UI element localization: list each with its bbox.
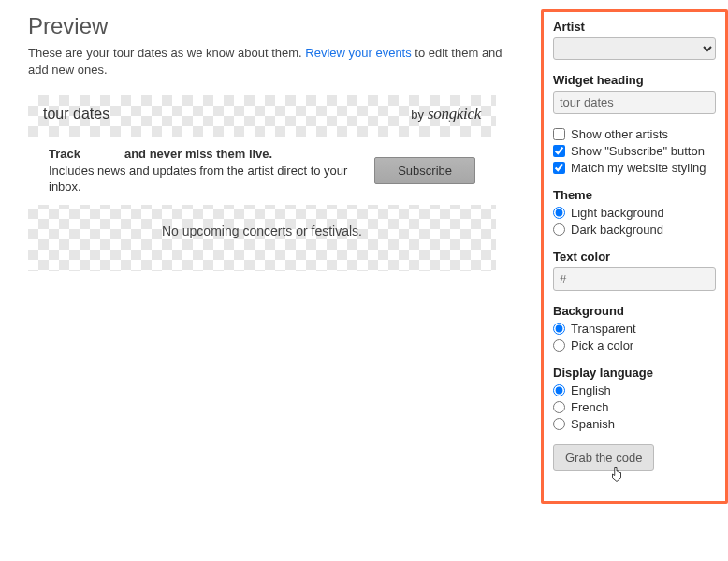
lang-en-label: English xyxy=(571,383,611,397)
artist-label: Artist xyxy=(553,20,716,34)
songkick-logo: songkick xyxy=(428,105,481,123)
theme-dark-label: Dark background xyxy=(571,223,663,237)
subscribe-button[interactable]: Subscribe xyxy=(374,157,475,184)
widget-header: tour dates by songkick xyxy=(28,95,496,137)
theme-light-radio[interactable] xyxy=(553,207,565,219)
track-prefix: Track xyxy=(49,147,84,161)
theme-label: Theme xyxy=(553,188,716,202)
grab-code-button[interactable]: Grab the code xyxy=(553,444,654,471)
track-subline: Includes news and updates from the artis… xyxy=(49,164,347,194)
widget-heading-text: tour dates xyxy=(43,106,109,122)
theme-light-label: Light background xyxy=(571,206,664,220)
widget-empty-message: No upcoming concerts or festivals. xyxy=(28,205,496,252)
bg-transparent-label: Transparent xyxy=(571,322,636,336)
language-label: Display language xyxy=(553,366,716,380)
preview-title: Preview xyxy=(28,13,522,39)
bg-pick-label: Pick a color xyxy=(571,338,633,352)
textcolor-label: Text color xyxy=(553,250,716,264)
lang-fr-radio[interactable] xyxy=(553,401,565,413)
review-events-link[interactable]: Review your events xyxy=(305,46,411,60)
track-suffix: and never miss them live. xyxy=(121,147,272,161)
track-line: Track and never miss them live. xyxy=(49,147,272,161)
bg-transparent-radio[interactable] xyxy=(553,323,565,335)
background-label: Background xyxy=(553,304,716,318)
by-label: by xyxy=(411,108,424,122)
bg-pick-radio[interactable] xyxy=(553,339,565,352)
show-other-artists-checkbox[interactable] xyxy=(553,128,565,140)
artist-select[interactable] xyxy=(553,37,716,60)
widget-divider xyxy=(29,252,495,252)
show-subscribe-label: Show "Subscribe" button xyxy=(571,144,705,158)
lang-fr-label: French xyxy=(571,400,608,414)
widget-heading-label: Widget heading xyxy=(553,73,716,87)
widget-subscribe-panel: Track and never miss them live. Includes… xyxy=(28,137,496,205)
show-subscribe-checkbox[interactable] xyxy=(553,145,565,157)
lang-es-radio[interactable] xyxy=(553,418,565,430)
preview-desc-text-a: These are your tour dates as we know abo… xyxy=(28,46,305,60)
songkick-attribution: by songkick xyxy=(411,105,481,123)
settings-panel: Artist Widget heading Show other artists… xyxy=(541,9,728,504)
widget-preview: tour dates by songkick Track and never m… xyxy=(28,95,496,271)
widget-heading-input[interactable] xyxy=(553,91,716,114)
match-styling-label: Match my website styling xyxy=(571,161,706,175)
show-other-artists-label: Show other artists xyxy=(571,127,668,141)
match-styling-checkbox[interactable] xyxy=(553,162,565,174)
theme-dark-radio[interactable] xyxy=(553,223,565,236)
lang-en-radio[interactable] xyxy=(553,384,565,396)
cursor-icon xyxy=(609,466,624,482)
textcolor-input[interactable] xyxy=(553,267,716,291)
lang-es-label: Spanish xyxy=(571,417,615,431)
preview-description: These are your tour dates as we know abo… xyxy=(28,45,522,79)
